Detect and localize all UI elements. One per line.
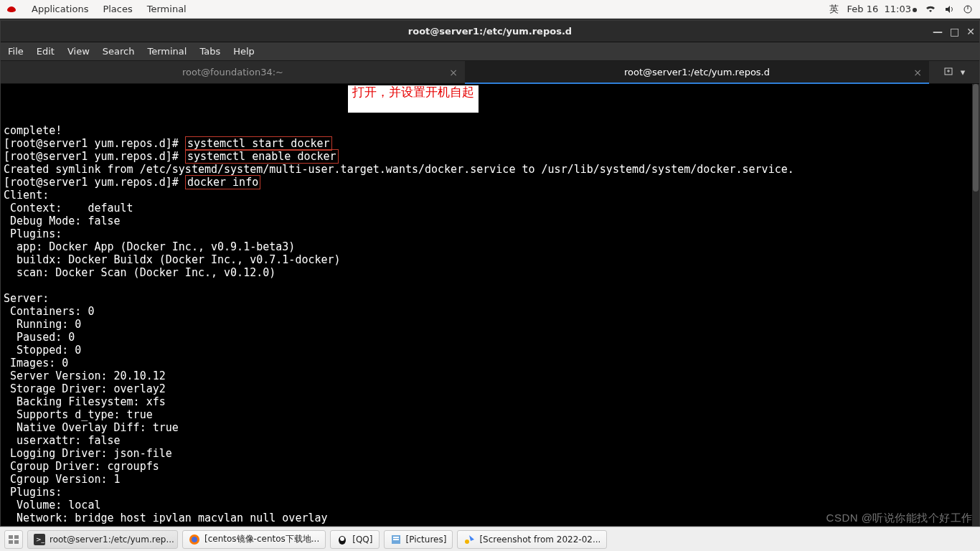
menu-applications[interactable]: Applications — [32, 4, 88, 14]
volume-icon[interactable] — [944, 4, 954, 14]
menu-dropdown-icon[interactable]: ▾ — [961, 67, 966, 77]
tab-close-icon[interactable]: × — [449, 67, 458, 78]
taskbar: >_ root@server1:/etc/yum.rep... [centos镜… — [0, 527, 980, 551]
top-panel: Applications Places Terminal 英 Feb 16 11… — [0, 0, 980, 19]
power-icon[interactable] — [963, 4, 973, 14]
menu-help[interactable]: Help — [233, 46, 255, 57]
svg-rect-5 — [9, 535, 13, 539]
tab-label: root@server1:/etc/yum.repos.d — [624, 67, 770, 77]
task-terminal[interactable]: >_ root@server1:/etc/yum.rep... — [27, 530, 178, 549]
menu-terminal[interactable]: Terminal — [147, 4, 187, 14]
watermark: CSDN @听说你能找个好工作 — [826, 512, 973, 525]
menu-search[interactable]: Search — [103, 46, 135, 57]
menu-edit[interactable]: Edit — [37, 46, 55, 57]
input-method-indicator[interactable]: 英 — [829, 3, 839, 16]
svg-point-12 — [192, 537, 197, 542]
window-title: root@server1:/etc/yum.repos.d — [408, 26, 572, 37]
redhat-icon — [6, 4, 17, 15]
task-firefox[interactable]: [centos镜像-centos下载地... — [182, 530, 326, 549]
menubar: File Edit View Search Terminal Tabs Help — [1, 42, 979, 61]
annotation-overlay: 打开，并设置开机自起 — [348, 85, 479, 113]
svg-rect-6 — [14, 535, 19, 539]
tab-server1[interactable]: root@server1:/etc/yum.repos.d × — [465, 61, 929, 83]
task-label: [centos镜像-centos下载地... — [204, 533, 319, 545]
terminal-window: root@server1:/etc/yum.repos.d — □ ✕ File… — [0, 20, 980, 527]
new-tab-icon[interactable] — [943, 66, 953, 78]
clock-date[interactable]: Feb 16 11:03 — [847, 4, 917, 14]
tab-label: root@foundation34:~ — [182, 67, 283, 77]
tabs-row: root@foundation34:~ × root@server1:/etc/… — [1, 61, 979, 84]
menu-tabs[interactable]: Tabs — [199, 46, 220, 57]
minimize-button[interactable]: — — [933, 26, 943, 37]
svg-rect-17 — [393, 539, 399, 540]
task-qq[interactable]: [QQ] — [330, 530, 379, 549]
svg-point-14 — [340, 537, 344, 541]
tab-close-icon[interactable]: × — [913, 67, 922, 78]
task-label: [Screenshot from 2022-02... — [479, 534, 600, 545]
maximize-button[interactable]: □ — [950, 26, 959, 37]
terminal-body[interactable]: 打开，并设置开机自起 complete! [root@server1 yum.r… — [1, 84, 979, 526]
svg-text:>_: >_ — [36, 536, 45, 543]
menu-places[interactable]: Places — [103, 4, 132, 14]
menu-view[interactable]: View — [67, 46, 90, 57]
show-desktop-button[interactable] — [4, 530, 23, 549]
svg-rect-7 — [9, 540, 13, 544]
task-label: [QQ] — [352, 534, 372, 545]
task-screenshot[interactable]: [Screenshot from 2022-02... — [457, 530, 607, 549]
task-pictures[interactable]: [Pictures] — [384, 530, 453, 549]
svg-rect-8 — [14, 540, 19, 544]
close-button[interactable]: ✕ — [966, 26, 975, 37]
task-label: root@server1:/etc/yum.rep... — [50, 534, 174, 545]
wifi-icon[interactable] — [925, 4, 936, 14]
menu-terminal-m[interactable]: Terminal — [147, 46, 187, 57]
svg-point-18 — [465, 540, 469, 544]
svg-rect-16 — [393, 537, 399, 538]
window-titlebar[interactable]: root@server1:/etc/yum.repos.d — □ ✕ — [1, 21, 979, 42]
task-label: [Pictures] — [406, 534, 447, 545]
tab-foundation[interactable]: root@foundation34:~ × — [1, 61, 465, 83]
menu-file[interactable]: File — [8, 46, 24, 57]
